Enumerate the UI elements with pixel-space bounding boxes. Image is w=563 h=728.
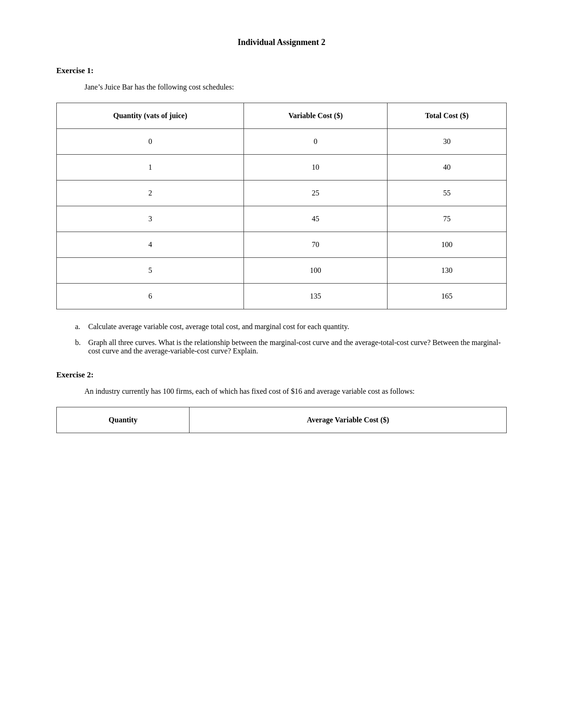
page-title: Individual Assignment 2	[56, 38, 507, 47]
col-header-variable-cost: Variable Cost ($)	[244, 103, 388, 129]
exercise2-table: Quantity Average Variable Cost ($)	[56, 407, 507, 433]
question-a: a. Calculate average variable cost, aver…	[75, 323, 507, 331]
table-row: 22555	[57, 180, 507, 206]
table-cell: 100	[387, 232, 506, 258]
table-cell: 100	[244, 258, 388, 284]
table-cell: 130	[387, 258, 506, 284]
table-row: 34575	[57, 206, 507, 232]
table-row: 11040	[57, 155, 507, 180]
exercise2-intro: An industry currently has 100 firms, eac…	[84, 387, 507, 396]
table-cell: 2	[57, 180, 244, 206]
exercise1-table: Quantity (vats of juice) Variable Cost (…	[56, 103, 507, 309]
table-cell: 0	[57, 129, 244, 155]
exercise1-heading: Exercise 1:	[56, 66, 507, 75]
table-cell: 10	[244, 155, 388, 180]
table-cell: 3	[57, 206, 244, 232]
table-cell: 55	[387, 180, 506, 206]
question-a-text: Calculate average variable cost, average…	[88, 323, 349, 331]
table-cell: 45	[244, 206, 388, 232]
exercise1-questions: a. Calculate average variable cost, aver…	[75, 323, 507, 355]
table-cell: 0	[244, 129, 388, 155]
table-cell: 165	[387, 284, 506, 309]
exercise2-heading: Exercise 2:	[56, 370, 507, 380]
table-cell: 1	[57, 155, 244, 180]
col-header-total-cost: Total Cost ($)	[387, 103, 506, 129]
question-a-letter: a.	[75, 323, 84, 331]
table-cell: 4	[57, 232, 244, 258]
table-row: 5100130	[57, 258, 507, 284]
table-row: 0030	[57, 129, 507, 155]
exercise1-section: Exercise 1: Jane’s Juice Bar has the fol…	[56, 66, 507, 355]
table-cell: 135	[244, 284, 388, 309]
table-row: 6135165	[57, 284, 507, 309]
ex2-col-header-avc: Average Variable Cost ($)	[190, 407, 507, 433]
table-row: 470100	[57, 232, 507, 258]
ex2-col-header-quantity: Quantity	[57, 407, 190, 433]
question-b-letter: b.	[75, 338, 84, 355]
table-cell: 6	[57, 284, 244, 309]
table-cell: 30	[387, 129, 506, 155]
table-cell: 25	[244, 180, 388, 206]
question-b-text: Graph all three curves. What is the rela…	[88, 338, 507, 355]
exercise1-intro: Jane’s Juice Bar has the following cost …	[84, 83, 507, 91]
table-cell: 75	[387, 206, 506, 232]
question-b: b. Graph all three curves. What is the r…	[75, 338, 507, 355]
exercise2-section: Exercise 2: An industry currently has 10…	[56, 370, 507, 433]
page-wrapper: Individual Assignment 2 Exercise 1: Jane…	[56, 38, 507, 728]
table-cell: 70	[244, 232, 388, 258]
table-cell: 40	[387, 155, 506, 180]
col-header-quantity: Quantity (vats of juice)	[57, 103, 244, 129]
table-cell: 5	[57, 258, 244, 284]
